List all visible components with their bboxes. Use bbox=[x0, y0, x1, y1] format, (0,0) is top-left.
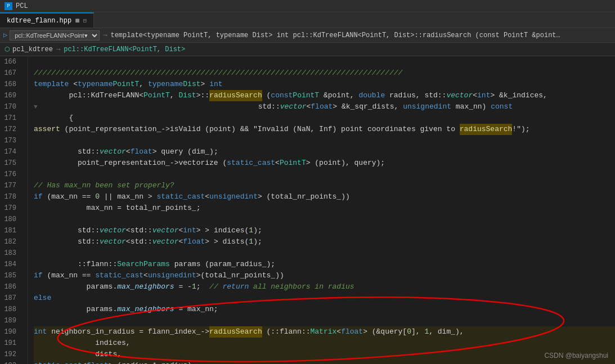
code-content: ////////////////////////////////////////… bbox=[28, 56, 615, 364]
line-number: 177 bbox=[0, 180, 21, 191]
collapse-icon[interactable]: ▼ bbox=[34, 101, 38, 113]
code-line: assert (point_representation_->isValid (… bbox=[34, 124, 615, 135]
tab-close-icon[interactable]: ■ bbox=[75, 16, 79, 25]
line-number: 179 bbox=[0, 203, 21, 214]
code-line: // Has max_nn been set properly? bbox=[34, 180, 615, 191]
code-line bbox=[34, 135, 615, 146]
code-line: if (max_nn == static_cast<unsigned int>(… bbox=[34, 270, 615, 281]
line-number: 166 bbox=[0, 56, 21, 68]
code-line: std::vector<float> query (dim_); bbox=[34, 146, 615, 158]
breadcrumb2-icon: ⬡ bbox=[5, 46, 10, 53]
app-icon: P bbox=[5, 2, 12, 10]
tab-bar: kdtree_flann.hpp ■ ⊟ bbox=[0, 12, 615, 28]
code-line: std::vector<std::vector<float> > dists(1… bbox=[34, 236, 615, 248]
line-number: 176 bbox=[0, 169, 21, 180]
code-line bbox=[34, 214, 615, 225]
code-line: ▼ std::vector<float> &k_sqr_dists, unsig… bbox=[34, 101, 615, 113]
code-line: params.max_neighbors = max_nn; bbox=[34, 304, 615, 315]
tab-kdtree-flann[interactable]: kdtree_flann.hpp ■ ⊟ bbox=[0, 12, 94, 28]
line-number: 167 bbox=[0, 68, 21, 79]
breadcrumb-bar-2: ⬡ pcl_kdtree → pcl::KdTreeFLANN<PointT, … bbox=[0, 43, 615, 56]
code-line bbox=[34, 169, 615, 180]
code-line: else bbox=[34, 293, 615, 304]
line-number: 174 bbox=[0, 146, 21, 158]
code-line: dists, bbox=[34, 349, 615, 360]
line-number: 184 bbox=[0, 259, 21, 270]
code-line: std::vector<std::vector<int> > indices(1… bbox=[34, 225, 615, 236]
code-line: if (max_nn == 0 || max_nn > static_cast<… bbox=[34, 191, 615, 203]
breadcrumb-method-text: template<typename PointT, typename Dist>… bbox=[110, 32, 560, 39]
line-number: 187 bbox=[0, 293, 21, 304]
code-line: pcl::KdTreeFLANN<PointT, Dist>::radiusSe… bbox=[34, 90, 615, 101]
code-line bbox=[34, 248, 615, 259]
line-number: 193 bbox=[0, 360, 21, 364]
line-number: 188 bbox=[0, 304, 21, 315]
code-line: ////////////////////////////////////////… bbox=[34, 68, 615, 79]
watermark: CSDN @baiyangshui bbox=[544, 352, 608, 359]
code-line: static_cast<float> (radius * radius), bbox=[34, 360, 615, 364]
code-line: params.max_neighbors = -1; // return all… bbox=[34, 281, 615, 293]
code-line: { bbox=[34, 113, 615, 124]
tab-pin: ⊟ bbox=[83, 17, 87, 24]
breadcrumb2-arrow: → bbox=[56, 46, 60, 53]
line-number: 180 bbox=[0, 214, 21, 225]
line-number: 175 bbox=[0, 158, 21, 169]
code-wrapper: ////////////////////////////////////////… bbox=[28, 56, 615, 364]
line-number: 190 bbox=[0, 326, 21, 338]
breadcrumb2-class: pcl::KdTreeFLANN<PointT, Dist> bbox=[64, 46, 185, 53]
line-number: 191 bbox=[0, 338, 21, 349]
line-number: 182 bbox=[0, 236, 21, 248]
line-number: 183 bbox=[0, 248, 21, 259]
breadcrumb-class-selector[interactable]: pcl::KdTreeFLANN<Point▾ bbox=[10, 30, 100, 41]
code-line: max_nn = total_nr_points_; bbox=[34, 203, 615, 214]
line-number: 178 bbox=[0, 191, 21, 203]
code-area: 1661671681691701711721731741751761771781… bbox=[0, 56, 615, 364]
tab-label: kdtree_flann.hpp bbox=[7, 17, 71, 25]
breadcrumb-arrow-1: → bbox=[103, 32, 107, 39]
line-number: 171 bbox=[0, 113, 21, 124]
line-number: 169 bbox=[0, 90, 21, 101]
line-number: 181 bbox=[0, 225, 21, 236]
code-line bbox=[34, 56, 615, 68]
code-line: int neighbors_in_radius = flann_index_->… bbox=[34, 326, 615, 338]
line-number: 172 bbox=[0, 124, 21, 135]
breadcrumb2-project: pcl_kdtree bbox=[12, 46, 53, 53]
line-number: 186 bbox=[0, 281, 21, 293]
code-line: ::flann::SearchParams params (param_radi… bbox=[34, 259, 615, 270]
line-number: 185 bbox=[0, 270, 21, 281]
title-bar: P PCL bbox=[0, 0, 615, 12]
line-numbers: 1661671681691701711721731741751761771781… bbox=[0, 56, 28, 364]
breadcrumb-file-icon: ▷ bbox=[3, 31, 7, 39]
code-line: point_representation_->vectorize (static… bbox=[34, 158, 615, 169]
line-number: 189 bbox=[0, 315, 21, 326]
title-text: PCL bbox=[16, 2, 28, 10]
line-number: 173 bbox=[0, 135, 21, 146]
code-line bbox=[34, 315, 615, 326]
code-line: template <typename PointT, typename Dist… bbox=[34, 79, 615, 90]
code-line: indices, bbox=[34, 338, 615, 349]
breadcrumb-bar-1: ▷ pcl::KdTreeFLANN<Point▾ → template<typ… bbox=[0, 28, 615, 43]
line-number: 192 bbox=[0, 349, 21, 360]
line-number: 168 bbox=[0, 79, 21, 90]
line-number: 170 bbox=[0, 101, 21, 113]
